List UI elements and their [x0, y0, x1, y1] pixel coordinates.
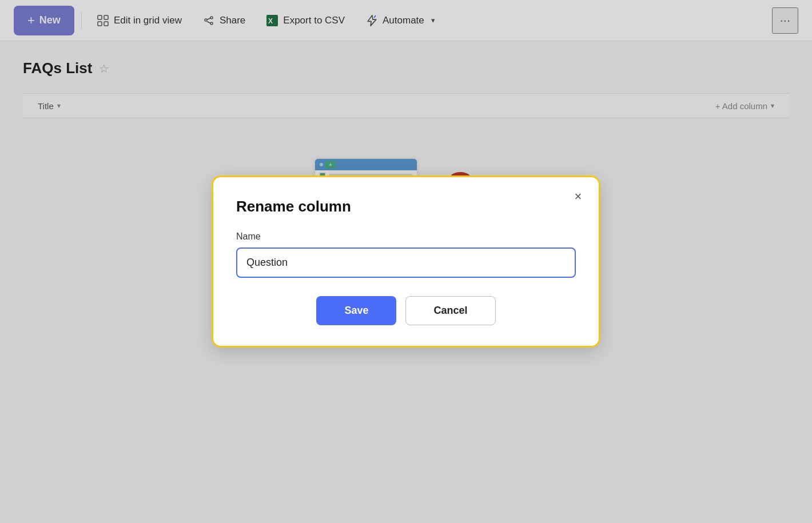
cancel-label: Cancel: [433, 305, 467, 316]
modal-actions: Save Cancel: [236, 296, 576, 325]
name-label: Name: [236, 231, 576, 242]
save-button[interactable]: Save: [316, 296, 396, 325]
modal-close-button[interactable]: ×: [569, 187, 587, 206]
rename-column-modal: × Rename column Name Save Cancel: [212, 175, 600, 348]
save-label: Save: [344, 305, 368, 316]
close-icon: ×: [575, 189, 582, 204]
cancel-button[interactable]: Cancel: [405, 296, 495, 325]
modal-title: Rename column: [236, 198, 576, 215]
column-name-input[interactable]: [236, 247, 576, 278]
modal-overlay[interactable]: × Rename column Name Save Cancel: [0, 0, 812, 523]
